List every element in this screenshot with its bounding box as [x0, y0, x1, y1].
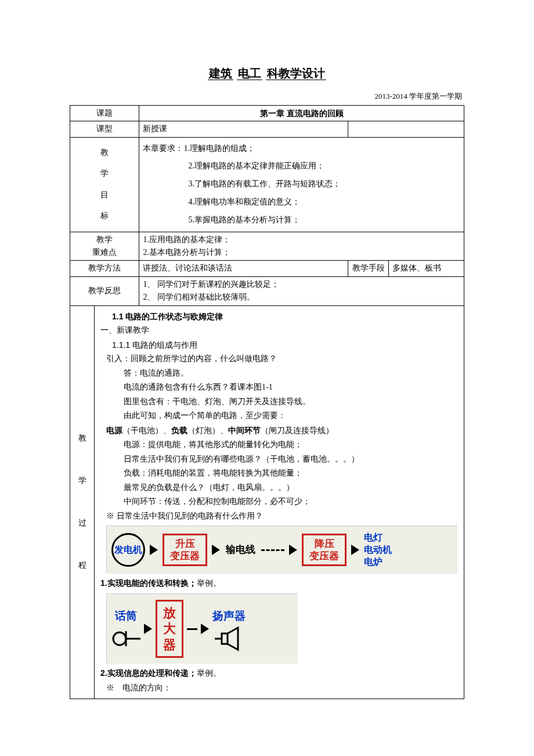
- process-content: 1.1 电路的工作状态与欧姆定律 一、新课教学 1.1.1 电路的组成与作用 引…: [95, 305, 464, 699]
- keypoints-cell: 1.应用电路的基本定律； 2.基本电路分析与计算；: [139, 232, 464, 261]
- step-up-transformer: 升压变压器: [163, 534, 207, 567]
- l4: 图里包含有：干电池、灯泡、闸刀开关及连接导线。: [124, 395, 458, 409]
- reflect-1: 1、 同学们对于新课程的兴趣比较足；: [143, 278, 460, 291]
- title-suffix: 科教学设计: [266, 67, 326, 80]
- label-process: 教 学 过 程: [70, 305, 95, 699]
- arrow-icon: [144, 624, 152, 634]
- point-2: 2.实现信息的处理和传递；举例。: [100, 666, 458, 681]
- type-value: 新授课: [139, 121, 348, 137]
- components-line: 电源（干电池）、负载（灯泡）、中间环节（闸刀及连接导线）: [106, 423, 458, 438]
- svg-rect-4: [222, 633, 228, 644]
- goal-4: 4.理解电功率和额定值的意义；: [143, 193, 460, 211]
- arrow-icon: [201, 624, 209, 634]
- page-title: 建筑 电工 科教学设计: [70, 64, 464, 82]
- l7: 电源：提供电能，将其他形式的能量转化为电能；: [124, 438, 458, 452]
- speaker-icon: [215, 625, 244, 652]
- reflect-2: 2、 同学们相对基础比较薄弱。: [143, 291, 460, 304]
- topic-value: 第一章 直流电路的回顾: [139, 105, 464, 121]
- title-mid: 电工: [237, 67, 262, 80]
- l3: 电流的通路包含有什么东西？看课本图1-1: [124, 380, 458, 395]
- generator-icon: 发电机: [111, 533, 145, 567]
- keypoint-2: 2.基本电路分析与计算；: [143, 246, 460, 259]
- title-prefix: 建筑: [208, 67, 233, 80]
- loads-list: 电灯 电动机 电炉: [364, 532, 392, 568]
- new-lesson: 一、新课教学: [100, 323, 458, 338]
- arrow-icon: [351, 545, 359, 555]
- intro-q: 引入：回顾之前所学过的内容，什么叫做电路？: [106, 352, 458, 366]
- point-1: 1.实现电能的传送和转换；举例。: [100, 576, 458, 591]
- l8: 日常生活中我们有见到的有哪些电源？（干电池，蓄电池。。。）: [124, 452, 458, 467]
- arrow-icon: [150, 545, 158, 555]
- lesson-plan-table: 课题 第一章 直流电路的回顾 课型 新授课 教 学 目 标 本章要求：1.理解电…: [70, 105, 464, 700]
- intro-a: 答：电流的通路。: [124, 366, 458, 381]
- dashed-wire-icon: [261, 549, 284, 551]
- semester-label: 2013-2014 学年度第一学期: [70, 91, 464, 103]
- signal-processing-diagram: 话筒 放大器 扬声器: [106, 593, 298, 664]
- svg-point-0: [113, 632, 126, 645]
- label-topic: 课题: [70, 105, 139, 121]
- goal-5: 5.掌握电路的基本分析与计算；: [143, 211, 460, 229]
- l9: 负载：消耗电能的装置，将电能转换为其他能量；: [124, 466, 458, 481]
- amplifier-box: 放大器: [156, 600, 183, 658]
- l11: 中间环节：传送，分配和控制电能部分，必不可少；: [124, 495, 458, 509]
- method-value: 讲授法、讨论法和谈话法: [139, 261, 348, 276]
- speaker-label: 扬声器: [212, 606, 246, 625]
- label-keypoints: 教学 重难点: [70, 232, 139, 261]
- goal-lead: 本章要求：1.理解电路的组成；: [143, 140, 460, 158]
- arrow-icon: [289, 545, 297, 555]
- microphone-icon: [111, 625, 140, 652]
- transmission-line: 输电线: [225, 541, 257, 559]
- goals-cell: 本章要求：1.理解电路的组成； 2.理解电路的基本定律并能正确应用； 3.了解电…: [139, 137, 464, 232]
- power-transmission-diagram: 发电机 升压变压器 输电线 降压变压器 电灯 电动机 电炉: [106, 525, 458, 574]
- goal-2: 2.理解电路的基本定律并能正确应用；: [143, 157, 460, 175]
- step-down-transformer: 降压变压器: [302, 534, 347, 567]
- reflect-cell: 1、 同学们对于新课程的兴趣比较足； 2、 同学们相对基础比较薄弱。: [139, 276, 464, 305]
- mic-label: 话筒: [115, 606, 137, 625]
- arrow-icon: [212, 545, 220, 555]
- label-type: 课型: [70, 121, 139, 137]
- label-method: 教学方法: [70, 261, 139, 276]
- l10: 最常见的负载是什么？（电灯，电风扇。。。）: [124, 481, 458, 495]
- section-1-1: 1.1 电路的工作状态与欧姆定律: [112, 309, 458, 324]
- label-means: 教学手段: [348, 261, 389, 276]
- means-value: 多媒体、板书: [389, 261, 464, 276]
- l12: ※ 日常生活中我们见到的电路有什么作用？: [106, 509, 458, 524]
- keypoint-1: 1.应用电路的基本定律；: [143, 233, 460, 246]
- label-reflect: 教学反思: [70, 276, 139, 305]
- l5: 由此可知，构成一个简单的电路，至少需要：: [124, 409, 458, 423]
- section-1-1-1: 1.1.1 电路的组成与作用: [112, 338, 458, 352]
- goal-3: 3.了解电路的有载工作、开路与短路状态；: [143, 175, 460, 193]
- wire-icon: [187, 628, 197, 630]
- current-direction: ※ 电流的方向：: [106, 681, 458, 696]
- label-goals: 教 学 目 标: [70, 137, 139, 232]
